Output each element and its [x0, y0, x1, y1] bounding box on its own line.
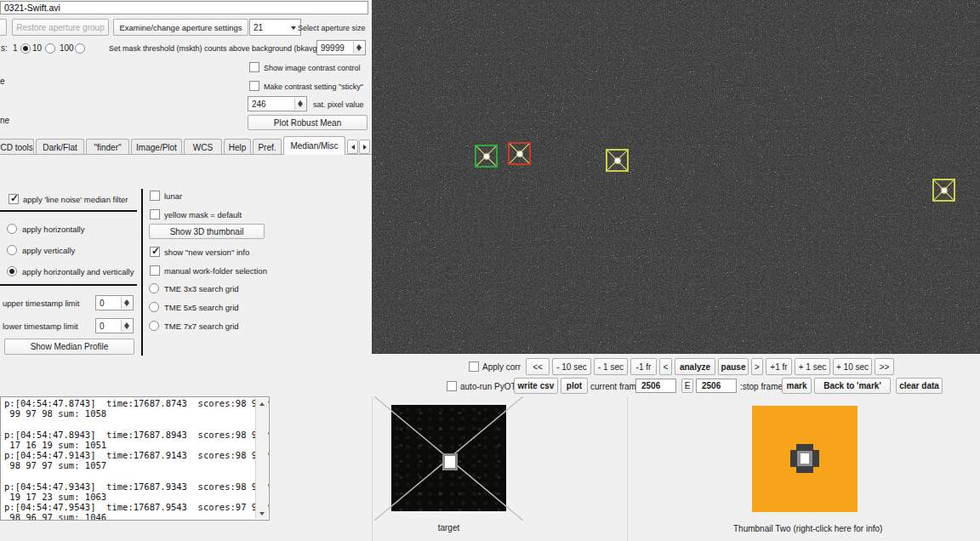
sat-pixel-spinbox[interactable]: 246	[248, 96, 307, 111]
yellow-mask-label: yellow mask = default	[164, 210, 242, 219]
left-edge-fragment: ne	[0, 116, 9, 125]
new-version-info-label: show "new version" info	[164, 248, 249, 257]
line-noise-filter-checkbox[interactable]	[9, 194, 19, 204]
starfield-noise	[372, 0, 980, 354]
tme-7x7-radio[interactable]	[149, 321, 159, 331]
current-frame-value: 2506	[641, 381, 660, 390]
cutoff-left-button[interactable]	[0, 19, 7, 36]
tab-ccd-tools[interactable]: CCD tools	[0, 139, 34, 155]
tab-wcs[interactable]: WCS	[184, 139, 222, 155]
filename-field[interactable]	[0, 1, 368, 14]
stop-frame-label: :stop frame	[740, 382, 783, 391]
mark-button[interactable]: mark	[782, 378, 812, 394]
lower-timestamp-value: 0	[100, 322, 105, 331]
tab-finder[interactable]: "finder"	[86, 139, 129, 155]
auto-run-pyote-label: auto-run PyOTE	[460, 382, 521, 391]
target-star-blob	[442, 453, 458, 470]
thumbnail-two-image[interactable]	[752, 406, 858, 512]
arrow-down-icon	[259, 512, 265, 515]
tab-pref[interactable]: Pref.	[253, 139, 282, 155]
jog-row-fragment: s:	[1, 43, 8, 53]
back-10sec-button[interactable]: - 10 sec	[552, 358, 591, 375]
fwd-1sec-button[interactable]: + 1 sec	[795, 358, 830, 375]
manual-folder-checkbox[interactable]	[150, 265, 160, 276]
jog-100-radio[interactable]	[75, 43, 85, 54]
lower-timestamp-label: lower timestamp limit	[3, 322, 78, 331]
back-1frame-button[interactable]: -1 fr	[630, 358, 657, 375]
plot-button[interactable]: plot	[561, 378, 588, 394]
apply-horizontally-radio[interactable]	[7, 224, 17, 234]
arrow-left-icon	[351, 145, 355, 150]
apply-both-radio[interactable]	[7, 266, 17, 276]
arrow-up-icon	[259, 402, 265, 406]
tab-scroll-right-button[interactable]	[359, 140, 370, 154]
plot-robust-mean-button[interactable]: Plot Robust Mean	[248, 115, 368, 130]
rewind-10s-fast-button[interactable]: <<	[526, 358, 550, 375]
tme-5x5-radio[interactable]	[149, 302, 159, 312]
current-frame-field[interactable]: 2506	[635, 379, 676, 393]
divider	[0, 284, 137, 286]
arrow-right-icon	[363, 145, 367, 150]
upper-timestamp-spinbox[interactable]: 0	[95, 295, 134, 310]
lunar-label: lunar	[164, 191, 182, 201]
mask-threshold-value: 99999	[321, 43, 345, 53]
upper-timestamp-value: 0	[100, 299, 105, 308]
auto-run-pyote-checkbox[interactable]	[447, 381, 457, 391]
apply-horizontally-label: apply horizontally	[22, 225, 84, 234]
tme-5x5-label: TME 5x5 search grid	[164, 303, 239, 312]
apply-vertically-label: apply vertically	[22, 246, 75, 255]
tab-dark-flat[interactable]: Dark/Flat	[36, 139, 84, 155]
lunar-checkbox[interactable]	[150, 191, 160, 201]
e-button[interactable]: E	[681, 379, 693, 393]
tab-help[interactable]: Help	[224, 139, 251, 155]
show-3d-thumbnail-button[interactable]: Show 3D thumbnail	[149, 224, 265, 239]
aperture-size-value: 21	[254, 23, 263, 32]
spinner-arrows-icon[interactable]	[121, 320, 132, 332]
mask-threshold-label: Set mask threshold (mskth) counts above …	[109, 44, 320, 53]
back-1sec-button[interactable]: - 1 sec	[594, 358, 628, 375]
mask-threshold-spinbox[interactable]: 99999	[316, 40, 366, 55]
pause-button[interactable]: pause	[718, 358, 749, 375]
log-scrollbar[interactable]	[255, 398, 268, 519]
examine-aperture-settings-button[interactable]: Examine/change aperture settings	[113, 19, 248, 36]
scroll-up-button[interactable]	[256, 398, 268, 409]
jog-1-radio[interactable]	[20, 43, 31, 54]
thumbnail-two-blob	[790, 444, 819, 473]
upper-timestamp-label: upper timestamp limit	[3, 299, 79, 308]
fwd-1frame-button[interactable]: +1 fr	[766, 358, 792, 375]
thumbnail-two-label: Thumbnail Two (right-click here for info…	[733, 524, 882, 533]
step-back-button[interactable]: <	[659, 358, 672, 375]
fwd-10sec-button[interactable]: + 10 sec	[833, 358, 872, 375]
apply-corr-checkbox[interactable]	[469, 362, 479, 372]
spinner-arrows-icon[interactable]	[353, 42, 364, 54]
spinner-arrows-icon[interactable]	[294, 98, 305, 110]
sticky-contrast-checkbox[interactable]	[249, 81, 259, 91]
tab-image-plot[interactable]: Image/Plot	[131, 139, 182, 155]
jog-10-radio[interactable]	[45, 43, 55, 54]
scroll-down-button[interactable]	[256, 508, 268, 519]
chevron-down-icon	[291, 26, 296, 30]
write-csv-button[interactable]: write csv	[514, 378, 558, 394]
new-version-info-checkbox[interactable]	[150, 247, 160, 257]
tab-median-misc[interactable]: Median/Misc	[283, 136, 345, 155]
stop-frame-field[interactable]: 2506	[696, 379, 737, 393]
lower-timestamp-spinbox[interactable]: 0	[95, 318, 134, 333]
divider	[0, 210, 137, 212]
image-display[interactable]	[372, 0, 980, 354]
step-forward-button[interactable]: >	[751, 358, 763, 375]
show-contrast-checkbox[interactable]	[249, 62, 259, 72]
fast-forward-button[interactable]: >>	[875, 358, 894, 375]
aperture-size-select[interactable]: 21	[249, 19, 301, 36]
line-noise-filter-label: apply 'line noise' median filter	[23, 195, 128, 204]
restore-aperture-group-button[interactable]: Restore aperture group	[12, 19, 109, 36]
apply-vertically-radio[interactable]	[7, 245, 17, 255]
log-output[interactable]: p:[04:54:47.8743] time:17687.8743 scores…	[0, 396, 270, 521]
tme-3x3-radio[interactable]	[149, 283, 159, 293]
back-to-mark-button[interactable]: Back to 'mark'	[814, 378, 891, 394]
tab-scroll-left-button[interactable]	[347, 140, 358, 154]
spinner-arrows-icon[interactable]	[121, 297, 132, 309]
show-median-profile-button[interactable]: Show Median Profile	[4, 339, 134, 355]
yellow-mask-checkbox[interactable]	[150, 209, 160, 219]
analyze-button[interactable]: analyze	[675, 358, 715, 375]
clear-data-button[interactable]: clear data	[896, 378, 943, 394]
